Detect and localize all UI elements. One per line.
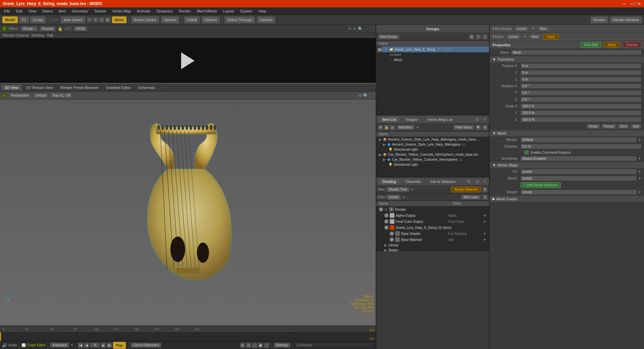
shade-row-library[interactable]: ▶ Library [376, 243, 489, 248]
shade-row-nodes[interactable]: ▶ Nodes [376, 248, 489, 251]
menu-view[interactable]: View [26, 8, 39, 14]
command-input[interactable]: Command [295, 343, 374, 348]
scale-z-value[interactable]: 100.0 % [521, 117, 641, 122]
options2-button[interactable]: Options [201, 16, 220, 23]
mesh-fusion-header[interactable]: ▶ Mesh Fusion [490, 196, 644, 202]
shade-vis-material[interactable] [390, 238, 394, 242]
shade-row-base-shader[interactable]: Base Shader Full Shading ▼ [376, 231, 489, 237]
render-ctrl-icon2[interactable]: ☀ [353, 27, 357, 31]
add-tab-button[interactable]: + [159, 85, 165, 90]
new-pass-button[interactable]: New [529, 34, 541, 39]
pos-x-value[interactable]: 0 m [521, 63, 641, 68]
shader-tree-dropdown[interactable]: Shader Tree [386, 187, 410, 192]
item-row-ancient[interactable]: ▶ 📦 Ancient_Greece_Style_Lyre_Harp_Mahog… [376, 137, 489, 142]
timeline-cursor[interactable] [0, 332, 1, 341]
menu-item[interactable]: Item [56, 8, 68, 14]
item-row-ancient-mesh[interactable]: ▶ 🔷 Ancient_Greece_Style_Lyre_Harp_Mahog… [376, 142, 489, 147]
tab-3d-view[interactable]: 3D View [1, 85, 22, 90]
enable-cmd-regions-checkbox[interactable]: ✓ [525, 150, 529, 154]
morph-value[interactable]: (none) [521, 176, 637, 181]
3d-viewport[interactable]: E Perspective Default Ray GL: Off ⚙ 🔍 ⛶ [0, 92, 376, 325]
add-layer-button[interactable]: Add Layer [461, 195, 481, 200]
lock-icon[interactable]: 🔒 [384, 125, 389, 130]
render-mode-value[interactable]: Default [521, 137, 637, 142]
shade-row-render[interactable]: ▼ R Render [376, 206, 489, 212]
lut-dropdown[interactable]: sRGB [74, 26, 88, 31]
select-through-button[interactable]: Select Through [224, 16, 255, 23]
cache-deformers-button[interactable]: Cache Deformers [130, 343, 161, 348]
shade-row-alpha[interactable]: Alpha Output Alpha ▼ [376, 212, 489, 218]
shade-vis-alpha[interactable] [384, 213, 388, 217]
tab-info-stats[interactable]: Info & Statistics [427, 179, 459, 184]
animated-dropdown[interactable]: Animated [50, 343, 69, 348]
close-shading-icon[interactable]: ✕ [483, 179, 486, 184]
groups-add-icon[interactable]: + [476, 34, 481, 40]
menu-geometry[interactable]: Geometry [69, 8, 91, 14]
item-row-dir-light2[interactable]: 💡 Directional Light [376, 162, 489, 167]
expand-itemlist-icon[interactable]: ⊞ [476, 117, 479, 122]
status-paused-button[interactable]: Paused [40, 26, 56, 31]
menu-render[interactable]: Render [176, 8, 194, 14]
mode-model-button[interactable]: Model [2, 16, 18, 23]
menu-animate[interactable]: Animate [134, 8, 153, 14]
tab-uv-texture-view[interactable]: UV Texture View [22, 85, 56, 90]
vp-ctrl-icon2[interactable]: 🔍 [363, 93, 368, 98]
rot-x-value[interactable]: 0.0 ° [521, 84, 641, 89]
group-item-lyre[interactable]: ▼ 📁 Greek_Lyre_Harp_8_String (3) : Group [382, 46, 489, 52]
transform-header[interactable]: ▼ Transform [490, 56, 644, 62]
reset-button[interactable]: Reset [586, 124, 600, 129]
mode-f2-button[interactable]: F2 [19, 16, 29, 23]
expand-shading-icon[interactable]: ⊞ [476, 179, 479, 184]
rec-button[interactable]: ● [252, 343, 257, 348]
groups-settings-icon[interactable]: ⚙ [469, 34, 474, 40]
menu-dynamics[interactable]: Dynamics [154, 8, 175, 14]
smoothing-value[interactable]: Always Enabled [521, 156, 637, 161]
pass-groups-dropdown[interactable]: (none) [515, 26, 529, 31]
menu-file[interactable]: File [1, 8, 13, 14]
menu-select[interactable]: Select [40, 8, 55, 14]
menu-layout[interactable]: Layout [220, 8, 237, 14]
timeline-track[interactable]: 225 [0, 332, 376, 341]
auto-add-button[interactable]: Auto Add [580, 42, 601, 48]
tab-item-list[interactable]: Item List [379, 117, 400, 122]
weight-value[interactable]: (none) [521, 190, 637, 195]
zero-button[interactable]: Zero [618, 124, 630, 129]
render-canvas[interactable] [0, 38, 376, 83]
perspective-dropdown[interactable]: Perspective [9, 93, 31, 98]
rot-y-value[interactable]: 0.0 ° [521, 90, 641, 95]
select-items-icon[interactable]: ⊞ [105, 17, 110, 22]
vp-ctrl-icon1[interactable]: ⚙ [358, 93, 362, 98]
render-ctrl-icon1[interactable]: ⟳ [348, 27, 352, 31]
vertex-maps-header[interactable]: ▼ Vertex Maps [490, 162, 644, 168]
mesh-section-header[interactable]: ▼ Mesh [490, 130, 644, 136]
transport-btn4[interactable]: ◼ [258, 343, 263, 348]
shade-vis-lyre[interactable] [384, 226, 388, 230]
freeze-button[interactable]: Freeze [601, 124, 616, 129]
add-shading-icon[interactable]: + [466, 179, 472, 184]
item-row-car-blocker[interactable]: ▶ 📦 Car_Blocker_Yellow_Concrete_Hemisphe… [376, 152, 489, 157]
discard-button[interactable]: Discard [623, 42, 641, 48]
minimize-button[interactable]: — [622, 1, 627, 6]
render-ctrl-icon4[interactable]: ↔ [364, 27, 368, 31]
transport-btn2[interactable]: ⊙ [246, 343, 251, 348]
mode-sculpt-button[interactable]: Sculpt [30, 16, 46, 23]
new-pass-group-button[interactable]: New [538, 26, 549, 31]
pos-z-value[interactable]: 0 m [521, 77, 641, 82]
play-button[interactable] [181, 52, 195, 69]
default-dropdown[interactable]: Default [33, 93, 48, 98]
itemlist-settings-icon[interactable]: ⚙ [482, 125, 488, 130]
tab-shading[interactable]: Shading [379, 179, 399, 184]
prev-frame-button[interactable]: ◀ [84, 343, 89, 348]
tab-images[interactable]: Images [402, 117, 421, 122]
name-value[interactable]: Mesh [511, 50, 641, 55]
dissolve-value[interactable]: 0.0 % [521, 144, 641, 149]
skip-start-button[interactable]: |◀ [78, 343, 83, 348]
item-row-dir-light1[interactable]: 💡 Directional Light [376, 147, 489, 152]
render-button[interactable]: Render [590, 16, 608, 23]
tab-gradient-editor[interactable]: Gradient Editor [103, 85, 134, 90]
ref-icon[interactable]: ◎ [390, 125, 395, 130]
shade-row-base-material[interactable]: Base Material (all) ▼ [376, 237, 489, 243]
apply-button[interactable]: Apply [543, 34, 559, 40]
tab-channels[interactable]: Channels [402, 179, 424, 184]
add-layer-shortcut[interactable]: S [482, 195, 488, 200]
